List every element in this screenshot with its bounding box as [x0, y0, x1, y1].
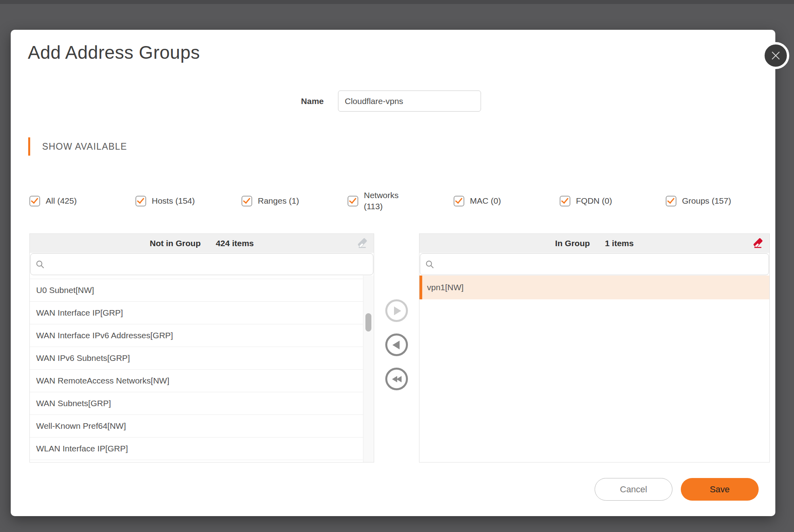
not-in-group-header: Not in Group 424 items	[30, 234, 374, 253]
list-item[interactable]: WAN IPv6 Subnets[GRP]	[30, 347, 363, 370]
not-in-group-search-input[interactable]	[48, 254, 373, 275]
checkbox-checked-icon	[241, 196, 252, 206]
checkbox-checked-icon	[666, 196, 676, 206]
checkbox-checked-icon	[135, 196, 146, 206]
add-address-groups-dialog: Add Address Groups Name SHOW AVAILABLE A…	[11, 30, 775, 516]
list-item[interactable]: WAN RemoteAccess Networks[NW]	[30, 370, 363, 392]
filter-checkbox-groups[interactable]: Groups (157)	[666, 195, 772, 206]
checkbox-checked-icon	[454, 196, 464, 206]
window-top-strip	[0, 0, 794, 4]
in-group-search-input[interactable]	[438, 254, 769, 275]
list-item[interactable]: WLAN Interface IP[GRP]	[30, 438, 363, 460]
checkbox-checked-icon	[348, 196, 358, 206]
close-button[interactable]	[762, 42, 789, 69]
checkbox-checked-icon	[29, 196, 40, 206]
clear-not-in-group-button[interactable]	[356, 237, 368, 249]
list-item[interactable]: WAN Interface IPv6 Addresses[GRP]	[30, 324, 363, 347]
dialog-title: Add Address Groups	[28, 42, 200, 63]
section-accent-bar	[28, 137, 30, 156]
not-in-group-search	[30, 253, 373, 275]
name-label: Name	[293, 96, 324, 106]
checkbox-checked-icon	[560, 196, 570, 206]
filter-checkbox-hosts[interactable]: Hosts (154)	[135, 195, 241, 206]
dual-list-panels: Not in Group 424 items	[29, 233, 770, 463]
eraser-icon	[752, 237, 764, 249]
panel-item-count: 424 items	[216, 239, 254, 248]
left-arrow-icon	[392, 341, 400, 349]
right-arrow-icon	[394, 306, 401, 315]
move-left-button[interactable]	[385, 333, 408, 356]
scrollbar-thumb[interactable]	[365, 313, 371, 332]
in-group-header: In Group 1 items	[419, 234, 769, 253]
list-item-partial	[30, 276, 363, 279]
name-input[interactable]	[338, 91, 481, 112]
move-all-left-button[interactable]	[385, 368, 408, 390]
search-icon	[36, 260, 44, 269]
cancel-button[interactable]: Cancel	[595, 478, 672, 501]
list-item[interactable]: WAN Subnets[GRP]	[30, 392, 363, 415]
list-item[interactable]: U0 Subnet[NW]	[30, 279, 363, 302]
clear-in-group-button[interactable]	[752, 237, 764, 249]
search-icon	[425, 260, 434, 269]
filter-checkbox-networks[interactable]: Networks (113)	[348, 190, 454, 212]
eraser-icon	[356, 237, 368, 249]
filter-checkbox-mac[interactable]: MAC (0)	[454, 195, 560, 206]
dialog-footer: Cancel Save	[595, 478, 759, 501]
close-icon	[770, 50, 781, 61]
panel-title: In Group	[555, 239, 590, 248]
in-group-list: vpn1[NW]	[419, 276, 769, 462]
show-available-section: SHOW AVAILABLE	[28, 137, 127, 156]
scrollbar[interactable]	[363, 276, 374, 462]
filter-checkbox-all[interactable]: All (425)	[29, 195, 135, 206]
panel-item-count: 1 items	[605, 239, 634, 248]
filter-checkbox-ranges[interactable]: Ranges (1)	[241, 195, 348, 206]
in-group-search	[420, 253, 769, 275]
transfer-buttons	[374, 233, 419, 463]
filter-checkbox-fqdn[interactable]: FQDN (0)	[560, 195, 666, 206]
save-button[interactable]: Save	[681, 478, 759, 501]
not-in-group-list: U0 Subnet[NW] WAN Interface IP[GRP] WAN …	[30, 276, 374, 462]
filter-row: All (425) Hosts (154) Ranges (1) Network…	[29, 190, 772, 212]
double-left-arrow-icon	[396, 376, 402, 382]
panel-title: Not in Group	[150, 239, 201, 248]
section-title: SHOW AVAILABLE	[42, 141, 127, 152]
list-item-selected[interactable]: vpn1[NW]	[419, 276, 769, 299]
list-item[interactable]: WAN Interface IP[GRP]	[30, 302, 363, 324]
in-group-panel: In Group 1 items	[419, 233, 770, 463]
list-item[interactable]: Well-Known Pref64[NW]	[30, 415, 363, 438]
name-field-row: Name	[293, 90, 481, 112]
not-in-group-panel: Not in Group 424 items	[29, 233, 374, 463]
move-right-button[interactable]	[385, 299, 408, 322]
